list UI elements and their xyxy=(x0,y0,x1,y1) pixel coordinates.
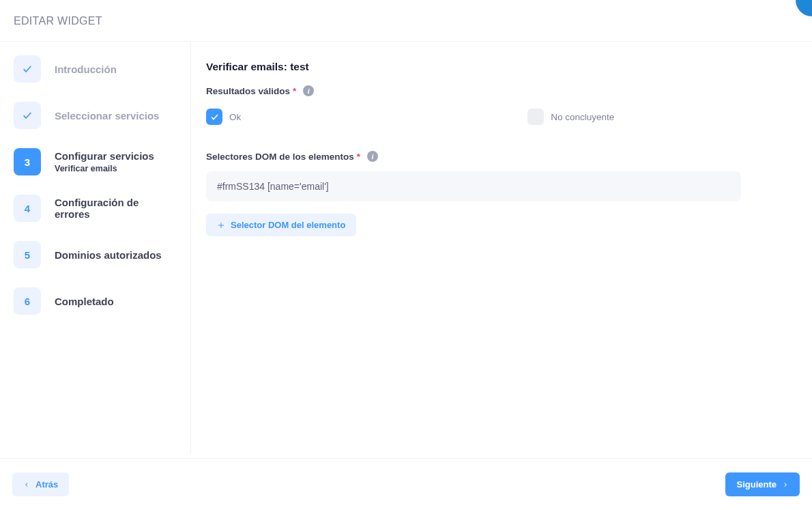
info-icon[interactable]: i xyxy=(367,151,378,162)
chevron-left-icon xyxy=(23,481,30,488)
step-content: Introducción xyxy=(55,55,117,83)
step-configurar-servicios[interactable]: 3 Configurar servicios Verificar emails xyxy=(14,148,177,175)
checkbox-inconclusive[interactable]: No concluyente xyxy=(527,109,614,125)
button-label: Siguiente xyxy=(736,479,777,490)
checkbox-label: No concluyente xyxy=(551,112,614,122)
step-label: Introducción xyxy=(55,63,117,75)
main-content: Verificar emails: test Resultados válido… xyxy=(191,42,812,454)
body: Introducción Seleccionar servicios 3 Con… xyxy=(0,42,812,454)
step-content: Configuración de errores xyxy=(55,195,177,222)
step-completado[interactable]: 6 Completado xyxy=(14,287,177,315)
step-number-badge: 4 xyxy=(14,195,41,222)
step-label: Configuración de errores xyxy=(55,197,177,220)
checkbox-visual xyxy=(206,109,222,125)
check-icon xyxy=(14,55,41,83)
checkbox-label: Ok xyxy=(229,112,241,122)
label-text: Resultados válidos xyxy=(206,86,290,96)
dom-selector-input[interactable] xyxy=(217,181,730,192)
chevron-right-icon xyxy=(782,481,789,488)
step-content: Completado xyxy=(55,287,114,315)
step-label: Configurar servicios xyxy=(55,150,154,162)
step-dominios-autorizados[interactable]: 5 Dominios autorizados xyxy=(14,241,177,268)
dom-selectors-label: Selectores DOM de los elementos * i xyxy=(206,151,797,162)
step-label: Seleccionar servicios xyxy=(55,110,159,122)
label-text: Selectores DOM de los elementos xyxy=(206,152,354,162)
section-title: Verificar emails: test xyxy=(206,61,797,73)
checkbox-visual xyxy=(527,109,544,125)
page-title: EDITAR WIDGET xyxy=(14,15,798,27)
step-content: Configurar servicios Verificar emails xyxy=(55,148,154,175)
button-label: Atrás xyxy=(35,479,58,490)
required-mark: * xyxy=(293,86,296,96)
step-label: Completado xyxy=(55,296,114,307)
check-icon xyxy=(14,102,41,129)
step-number-badge: 5 xyxy=(14,241,41,268)
add-dom-selector-button[interactable]: Selector DOM del elemento xyxy=(206,214,356,236)
header: EDITAR WIDGET xyxy=(0,0,812,42)
step-introduccion[interactable]: Introducción xyxy=(14,55,177,83)
step-seleccionar-servicios[interactable]: Seleccionar servicios xyxy=(14,102,177,129)
step-number-badge: 6 xyxy=(14,287,41,315)
plus-icon xyxy=(217,221,225,229)
step-content: Dominios autorizados xyxy=(55,241,162,268)
step-configuracion-errores[interactable]: 4 Configuración de errores xyxy=(14,195,177,222)
required-mark: * xyxy=(357,152,360,162)
next-button[interactable]: Siguiente xyxy=(725,472,800,496)
step-number-badge: 3 xyxy=(14,148,41,175)
wizard-footer: Atrás Siguiente xyxy=(0,458,812,510)
button-label: Selector DOM del elemento xyxy=(231,220,345,230)
step-content: Seleccionar servicios xyxy=(55,102,159,129)
step-sublabel: Verificar emails xyxy=(55,164,154,173)
valid-results-options: Ok No concluyente xyxy=(206,109,797,125)
dom-selector-field[interactable] xyxy=(206,171,741,201)
back-button[interactable]: Atrás xyxy=(12,472,69,496)
info-icon[interactable]: i xyxy=(303,85,314,96)
checkbox-ok[interactable]: Ok xyxy=(206,109,241,125)
step-label: Dominios autorizados xyxy=(55,249,162,261)
wizard-sidebar: Introducción Seleccionar servicios 3 Con… xyxy=(0,42,191,454)
valid-results-label: Resultados válidos * i xyxy=(206,85,797,96)
